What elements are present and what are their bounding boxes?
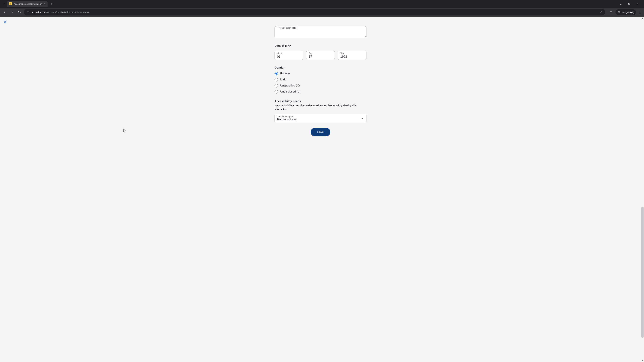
nav-back-button[interactable]	[2, 9, 8, 15]
minimize-icon	[620, 3, 622, 5]
url-path: /account/profile?edit=basic-information	[46, 11, 90, 14]
maximize-icon	[628, 3, 630, 5]
browser-tab-active[interactable]: ↗ Account personal information ✕	[7, 1, 48, 7]
dob-year-label: Year	[340, 52, 344, 54]
bio-textarea[interactable]: Travel with me!	[274, 26, 366, 38]
nav-forward-button[interactable]	[9, 9, 15, 15]
new-tab-button[interactable]	[49, 1, 54, 6]
svg-rect-1	[610, 11, 612, 13]
svg-rect-0	[628, 3, 630, 4]
incognito-icon	[618, 11, 620, 14]
address-bar: expedia.com/account/profile?edit=basic-i…	[0, 8, 644, 17]
plus-icon	[50, 3, 53, 5]
tab-title: Account personal information	[14, 3, 42, 5]
panel-icon	[609, 11, 612, 14]
gender-option-label: Undisclosed (U)	[280, 90, 300, 93]
scroll-area: Travel with me! Date of birth Month Day …	[0, 17, 641, 362]
gender-radio-item[interactable]: Male	[274, 78, 366, 81]
dob-heading: Date of birth	[274, 44, 366, 48]
chevron-down-icon	[2, 3, 5, 5]
gender-option-label: Unspecified (X)	[280, 84, 300, 87]
gender-option-label: Male	[280, 78, 286, 81]
browser-menu-button[interactable]: ⋮	[638, 10, 642, 14]
incognito-label: Incognito (2)	[622, 11, 634, 13]
arrow-right-icon	[10, 10, 14, 14]
scroll-down-arrow-icon[interactable]: ▼	[641, 359, 644, 361]
expedia-favicon: ↗	[9, 2, 12, 5]
reload-icon	[18, 11, 21, 14]
profile-form: Travel with me! Date of birth Month Day …	[274, 26, 366, 136]
dob-day-label: Day	[308, 52, 312, 54]
gender-option-label: Female	[280, 72, 290, 75]
window-minimize-button[interactable]	[620, 3, 624, 5]
browser-chrome: ↗ Account personal information ✕	[0, 0, 644, 17]
window-controls	[620, 3, 643, 5]
site-settings-icon[interactable]	[26, 10, 30, 14]
url-domain: expedia.com	[32, 11, 46, 14]
close-icon	[636, 3, 639, 5]
radio-icon[interactable]	[274, 90, 278, 93]
tab-close-icon[interactable]: ✕	[44, 2, 46, 5]
gender-radio-item[interactable]: Undisclosed (U)	[274, 90, 366, 93]
omnibox[interactable]: expedia.com/account/profile?edit=basic-i…	[24, 9, 605, 15]
tab-search-dropdown[interactable]	[1, 1, 6, 6]
accessibility-select-field: Choose an option Rather not say	[274, 114, 366, 123]
bio-value: Travel with me!	[277, 26, 297, 30]
scroll-up-arrow-icon[interactable]: ▲	[641, 17, 644, 20]
radio-icon[interactable]	[274, 72, 278, 75]
dob-month-field: Month	[274, 51, 303, 60]
accessibility-subtext: Help us build features that make travel …	[274, 104, 366, 111]
panel-toggle-button[interactable]	[608, 9, 614, 15]
accessibility-heading: Accessibility needs	[274, 99, 366, 103]
gender-radio-group: FemaleMaleUnspecified (X)Undisclosed (U)	[274, 72, 366, 93]
gender-radio-item[interactable]: Female	[274, 72, 366, 75]
radio-icon[interactable]	[274, 84, 278, 87]
save-button[interactable]: Save	[310, 128, 330, 136]
page-viewport: Travel with me! Date of birth Month Day …	[0, 17, 644, 362]
gender-heading: Gender	[274, 66, 366, 69]
arrow-left-icon	[3, 10, 6, 14]
dob-month-label: Month	[277, 52, 283, 54]
radio-icon[interactable]	[274, 78, 278, 81]
window-maximize-button[interactable]	[628, 3, 632, 5]
url-text: expedia.com/account/profile?edit=basic-i…	[32, 11, 90, 14]
resize-grip-icon[interactable]	[364, 35, 366, 37]
tab-strip: ↗ Account personal information ✕	[0, 0, 644, 8]
window-close-button[interactable]	[636, 3, 641, 5]
vertical-scrollbar[interactable]: ▲ ▼	[641, 17, 644, 362]
incognito-chip[interactable]: Incognito (2)	[616, 9, 636, 15]
dob-row: Month Day Year	[274, 51, 366, 60]
accessibility-select-label: Choose an option	[277, 115, 294, 118]
bookmark-star-icon[interactable]	[600, 11, 603, 14]
gender-radio-item[interactable]: Unspecified (X)	[274, 84, 366, 87]
dob-year-field: Year	[338, 51, 366, 60]
nav-reload-button[interactable]	[16, 9, 22, 15]
scrollbar-thumb[interactable]	[641, 207, 644, 338]
dob-day-field: Day	[306, 51, 335, 60]
toolbar-right: Incognito (2) ⋮	[606, 9, 642, 15]
